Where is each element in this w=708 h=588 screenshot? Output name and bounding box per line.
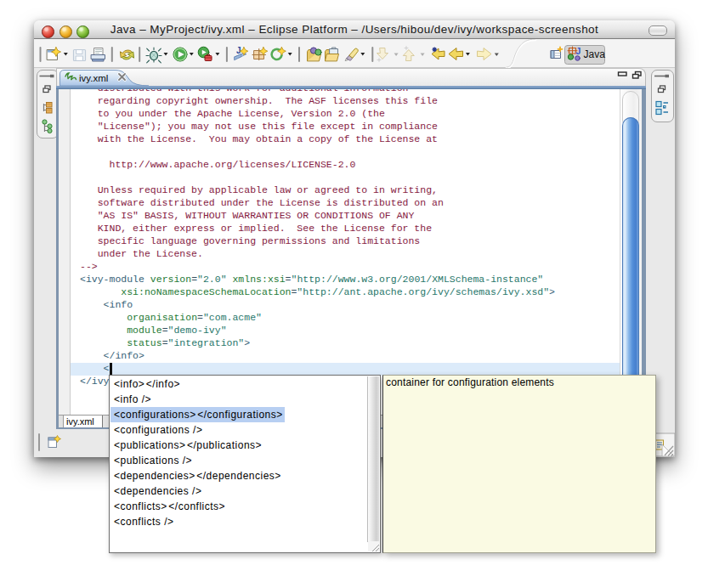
svg-text:ivy.xml: ivy.xml	[79, 73, 108, 83]
svg-text:J: J	[576, 46, 581, 56]
svg-text:Java: Java	[584, 48, 606, 60]
